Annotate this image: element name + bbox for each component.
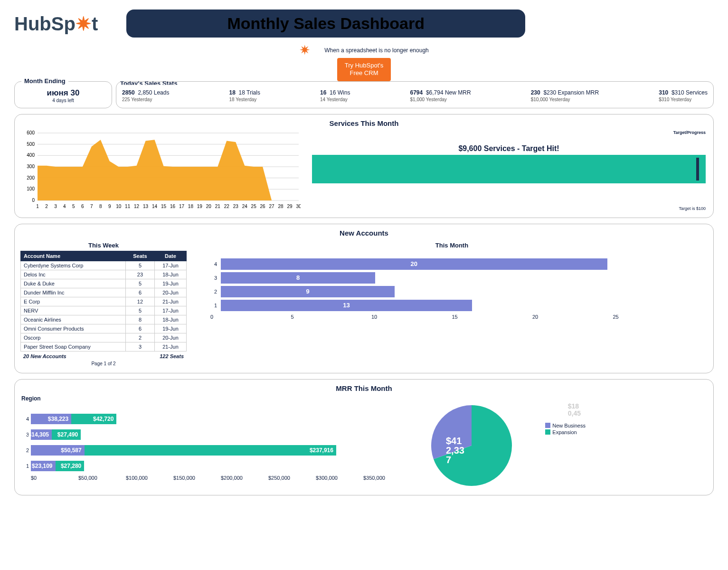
- svg-text:100: 100: [27, 186, 35, 191]
- svg-text:21: 21: [215, 204, 221, 209]
- services-progress: Target/Progress $9,600 Services - Target…: [310, 130, 708, 211]
- col-seats: Seats: [125, 251, 154, 261]
- services-progress-title: $9,600 Services - Target Hit!: [310, 144, 708, 153]
- svg-text:25: 25: [251, 204, 257, 209]
- mrr-title: MRR This Month: [20, 384, 708, 392]
- bar-row: 3$14,305$27,490: [20, 428, 411, 442]
- svg-text:6: 6: [81, 204, 84, 209]
- svg-text:30: 30: [296, 204, 301, 209]
- month-ending-sub: 4 days left: [20, 98, 106, 103]
- svg-text:600: 600: [27, 130, 35, 135]
- svg-text:23: 23: [233, 204, 239, 209]
- accounts-summary: 20 New Accounts122 Seats: [20, 352, 187, 361]
- table-row: Paper Street Soap Company321-Jun: [21, 342, 187, 351]
- svg-text:22: 22: [224, 204, 230, 209]
- try-crm-button[interactable]: Try HubSpot'sFree CRM: [337, 58, 391, 81]
- svg-text:0: 0: [32, 198, 35, 203]
- svg-text:26: 26: [260, 204, 266, 209]
- month-ending-card: Month Ending июня 30 4 days left: [14, 81, 112, 108]
- top-stats: Month Ending июня 30 4 days left Today's…: [14, 81, 714, 108]
- svg-text:400: 400: [27, 152, 35, 158]
- sprocket-icon: ✷: [76, 13, 92, 34]
- svg-text:19: 19: [197, 204, 203, 209]
- svg-text:4: 4: [63, 204, 66, 209]
- svg-text:20: 20: [206, 204, 212, 209]
- accounts-table: Account Name Seats Date Cyberdyne System…: [20, 251, 187, 352]
- svg-text:2: 2: [45, 204, 48, 209]
- col-date: Date: [154, 251, 186, 261]
- bar-row: 4$38,223$42,720: [20, 412, 411, 426]
- bar-row: 420: [210, 258, 693, 270]
- svg-text:7: 7: [90, 204, 93, 209]
- services-target-footnote: Target is $100: [310, 206, 708, 211]
- svg-text:28: 28: [278, 204, 284, 209]
- svg-text:24: 24: [242, 204, 248, 209]
- svg-text:17: 17: [179, 204, 185, 209]
- accounts-pagination: Page 1 of 2: [20, 361, 187, 366]
- table-row: NERV517-Jun: [21, 306, 187, 315]
- header: HubSp✷t Monthly Sales Dashboard: [14, 10, 714, 38]
- svg-text:10: 10: [116, 204, 122, 209]
- svg-text:15: 15: [161, 204, 167, 209]
- month-ending-value: июня 30: [20, 88, 106, 98]
- stat-new-mrr: 6794 $6,794 New MRR$1,000 Yesterday: [410, 89, 471, 103]
- stat-trials: 18 18 Trials18 Yesterday: [229, 89, 260, 103]
- sprocket-icon: ✷: [299, 42, 310, 58]
- services-area-chart: 0100200300400500600123456789101112131415…: [20, 130, 301, 211]
- new-accounts-title: New Accounts: [20, 229, 708, 237]
- table-row: Duke & Duke519-Jun: [21, 279, 187, 288]
- tagline: When a spreadsheet is no longer enough: [324, 47, 429, 54]
- services-panel: Services This Month 01002003004005006001…: [14, 114, 714, 218]
- table-row: Oscorp220-Jun: [21, 333, 187, 342]
- svg-text:11: 11: [125, 204, 131, 209]
- svg-text:5: 5: [72, 204, 75, 209]
- today-sales-stats: Today's Sales Stats 2850 2,850 Leads225 …: [116, 81, 714, 108]
- mrr-bar-chart: 4$38,223$42,7203$14,305$27,4902$50,587$2…: [20, 410, 411, 481]
- table-row: Omni Consumer Products619-Jun: [21, 324, 187, 333]
- bar-row: 2$50,587$237,916: [20, 443, 411, 457]
- hubspot-logo: HubSp✷t: [14, 13, 98, 35]
- svg-text:12: 12: [134, 204, 140, 209]
- svg-text:9: 9: [108, 204, 111, 209]
- table-row: Dunder Mifflin Inc620-Jun: [21, 288, 187, 297]
- table-row: Oceanic Airlines818-Jun: [21, 315, 187, 324]
- svg-text:3: 3: [54, 204, 57, 209]
- svg-text:1: 1: [36, 204, 39, 209]
- stat-wins: 16 16 Wins14 Yesterday: [320, 89, 350, 103]
- mrr-panel: MRR This Month Region 4$38,223$42,7203$1…: [14, 379, 714, 495]
- stat-services: 310 $310 Services$310 Yesterday: [659, 89, 708, 103]
- accounts-week-chart: This Month 42038291130510152025: [196, 240, 708, 366]
- bar-row: 29: [210, 286, 693, 297]
- svg-text:14: 14: [152, 204, 158, 209]
- accounts-table-wrap: This Week Account Name Seats Date Cyberd…: [20, 240, 187, 366]
- today-sales-label: Today's Sales Stats: [120, 80, 178, 87]
- svg-text:16: 16: [170, 204, 176, 209]
- this-week-label: This Week: [20, 242, 187, 249]
- svg-text:8: 8: [99, 204, 102, 209]
- services-title: Services This Month: [20, 119, 708, 127]
- col-account: Account Name: [21, 251, 126, 261]
- month-ending-label: Month Ending: [21, 77, 68, 85]
- svg-text:300: 300: [27, 164, 35, 169]
- header-sub: ✷ When a spreadsheet is no longer enough…: [14, 42, 714, 81]
- stat-leads: 2850 2,850 Leads225 Yesterday: [122, 89, 169, 103]
- svg-text:200: 200: [27, 175, 35, 180]
- svg-text:27: 27: [269, 204, 275, 209]
- table-row: Delos Inc2318-Jun: [21, 270, 187, 279]
- table-row: Cyberdyne Systems Corp517-Jun: [21, 261, 187, 270]
- page-title-bar: Monthly Sales Dashboard: [126, 10, 525, 38]
- svg-text:500: 500: [27, 141, 35, 146]
- new-accounts-panel: New Accounts This Week Account Name Seat…: [14, 224, 714, 373]
- stat-expansion-mrr: 230 $230 Expansion MRR$10,000 Yesterday: [531, 89, 599, 103]
- bar-row: 113: [210, 300, 693, 311]
- services-progress-bar: [312, 155, 706, 183]
- target-progress-label: Target/Progress: [673, 130, 706, 135]
- pie-faded-label: $180,45: [568, 403, 581, 418]
- this-month-label: This Month: [196, 242, 708, 249]
- svg-text:29: 29: [287, 204, 293, 209]
- svg-text:13: 13: [143, 204, 149, 209]
- table-row: E Corp1221-Jun: [21, 297, 187, 306]
- bar-row: 1$23,109$27,280: [20, 459, 411, 473]
- mrr-legend: New Business Expansion: [545, 422, 586, 436]
- mrr-pie-chart: $41 2,33 7 $180,45 New Business Expansio…: [429, 403, 533, 488]
